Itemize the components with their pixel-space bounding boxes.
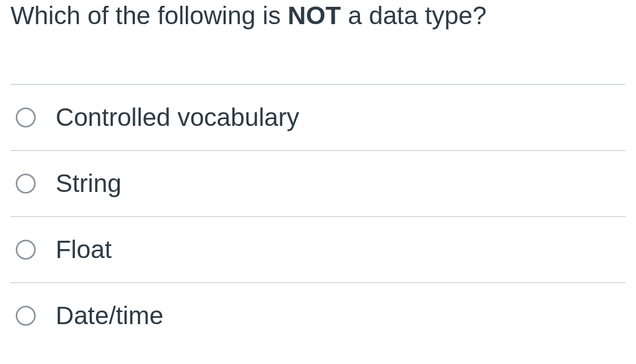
radio-icon <box>16 108 36 127</box>
option-label: Date/time <box>56 303 163 328</box>
option-date-time[interactable]: Date/time <box>10 282 626 348</box>
options-list: Controlled vocabulary String Float Date/… <box>10 84 626 348</box>
option-string[interactable]: String <box>10 150 626 216</box>
radio-icon <box>16 306 36 326</box>
option-label: Float <box>56 237 112 262</box>
question-emphasis: NOT <box>288 2 341 29</box>
option-controlled-vocabulary[interactable]: Controlled vocabulary <box>10 84 626 150</box>
option-float[interactable]: Float <box>10 216 626 282</box>
radio-icon <box>16 174 36 194</box>
question-text: Which of the following is NOT a data typ… <box>10 0 626 84</box>
question-suffix: a data type? <box>341 2 487 29</box>
option-label: String <box>56 171 121 196</box>
question-container: Which of the following is NOT a data typ… <box>0 0 636 348</box>
option-label: Controlled vocabulary <box>56 105 299 130</box>
question-prefix: Which of the following is <box>10 2 288 29</box>
radio-icon <box>16 240 36 260</box>
